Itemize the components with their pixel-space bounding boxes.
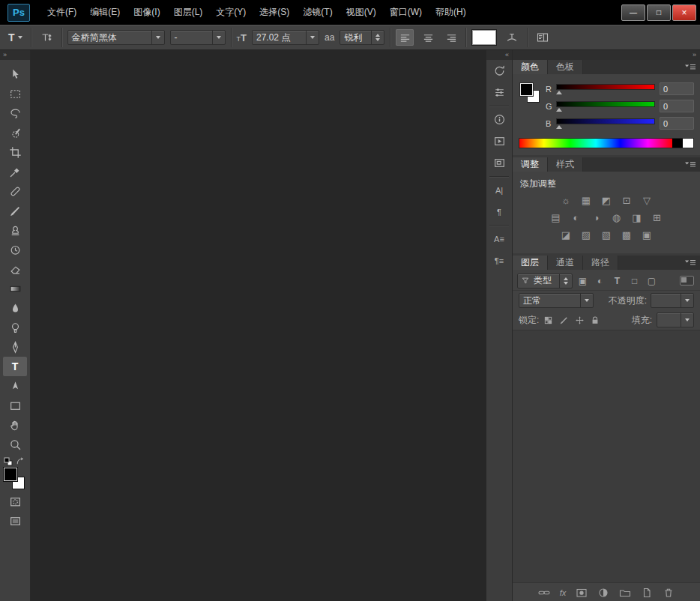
adjustment-channel-mixer-icon[interactable]: ◨ [628,211,645,223]
chevron-down-icon[interactable] [212,31,225,44]
paragraph-panel-button[interactable]: ¶ [486,201,512,223]
brush-tool[interactable] [3,201,27,220]
zoom-tool[interactable] [3,435,27,454]
filter-type-layers-icon[interactable]: T [610,274,624,288]
new-layer-icon[interactable] [641,587,653,599]
lock-position-icon[interactable] [575,315,585,325]
lock-all-icon[interactable] [591,315,600,325]
menu-type[interactable]: 文字(Y) [209,0,253,25]
collapse-panels-button[interactable]: » [513,50,700,60]
clone-stamp-tool[interactable] [3,220,27,240]
red-slider[interactable] [556,82,655,95]
history-brush-tool[interactable] [3,240,27,259]
spot-healing-brush-tool[interactable] [3,181,27,201]
navigator-panel-button[interactable] [486,152,512,174]
move-tool[interactable] [3,64,27,84]
menu-help[interactable]: 帮助(H) [429,0,473,25]
tab-layers[interactable]: 图层 [513,256,548,270]
menu-window[interactable]: 窗口(W) [383,0,429,25]
tab-color[interactable]: 颜色 [513,60,548,74]
chevron-down-icon[interactable] [151,31,164,44]
expand-panels-button[interactable]: « [486,50,512,60]
tab-swatches[interactable]: 色板 [548,60,583,74]
quick-selection-tool[interactable] [3,123,27,142]
warp-text-button[interactable] [502,28,522,46]
foreground-color-swatch[interactable] [520,83,533,96]
new-group-icon[interactable] [619,587,631,599]
chevron-down-icon[interactable] [580,294,593,307]
adjustment-invert-icon[interactable]: ◪ [558,229,575,241]
menu-image[interactable]: 图像(I) [127,0,166,25]
character-panel-button[interactable]: A| [486,179,512,201]
blur-tool[interactable] [3,298,27,318]
character-styles-panel-button[interactable]: A≡ [486,228,512,250]
new-adjustment-layer-icon[interactable] [597,587,609,599]
filter-adjustment-layers-icon[interactable]: ◐ [593,274,607,288]
layer-mask-icon[interactable] [576,587,588,599]
close-button[interactable]: × [672,4,696,21]
anti-alias-select[interactable]: 锐利 [340,30,384,45]
adjustment-threshold-icon[interactable]: ▧ [598,229,615,241]
maximize-button[interactable]: □ [647,4,671,21]
tab-adjustments[interactable]: 调整 [513,157,548,172]
gradient-tool[interactable] [3,279,27,298]
adjustment-selective-color-icon[interactable]: ▣ [639,229,656,241]
default-colors-icon[interactable] [4,457,13,466]
opacity-select[interactable] [651,293,694,308]
adjustment-color-balance-icon[interactable]: ◐ [567,211,585,223]
font-family-select[interactable]: 金桥简黑体 [67,30,165,45]
adjustment-hue-saturation-icon[interactable]: ▤ [547,211,564,223]
lock-transparency-icon[interactable] [543,315,553,325]
filter-smart-object-layers-icon[interactable]: ▢ [645,274,659,288]
screen-mode-button[interactable] [3,511,27,531]
paragraph-styles-panel-button[interactable]: ¶≡ [486,250,512,271]
pen-tool[interactable] [3,337,27,357]
lock-pixels-icon[interactable] [559,315,569,325]
chevron-down-icon[interactable] [306,31,319,44]
toolbar-collapse-button[interactable]: » [0,50,30,60]
chevron-down-icon[interactable] [681,294,693,307]
layer-filter-toggle[interactable] [680,276,694,286]
blend-mode-select[interactable]: 正常 [519,293,594,308]
rectangular-marquee-tool[interactable] [3,84,27,103]
adjustment-vibrance-icon[interactable]: ▽ [639,194,656,206]
adjustment-gradient-map-icon[interactable]: ▩ [618,229,636,241]
text-color-swatch[interactable] [471,29,497,46]
swap-colors-icon[interactable] [16,457,24,465]
eraser-tool[interactable] [3,259,27,279]
tool-preset-picker[interactable]: T [5,30,25,45]
menu-layer[interactable]: 图层(L) [167,0,210,25]
toggle-panels-button[interactable] [533,28,552,46]
font-size-select[interactable]: 27.02 点 [252,30,319,45]
panel-menu-icon[interactable] [684,259,696,266]
panel-menu-icon[interactable] [684,161,696,168]
actions-panel-button[interactable] [486,130,512,152]
slider-thumb[interactable] [556,108,562,112]
foreground-background-swatches[interactable] [519,80,546,128]
link-layers-icon[interactable] [538,587,550,599]
spinner-arrows-icon[interactable] [371,31,384,44]
delete-layer-icon[interactable] [663,587,675,599]
font-style-select[interactable]: - [170,30,226,45]
dodge-tool[interactable] [3,318,27,337]
chevron-down-icon[interactable] [681,313,693,327]
menu-select[interactable]: 选择(S) [253,0,296,25]
menu-filter[interactable]: 滤镜(T) [296,0,339,25]
slider-thumb[interactable] [556,91,562,94]
menu-view[interactable]: 视图(V) [340,0,383,25]
tab-channels[interactable]: 通道 [548,256,583,270]
blue-slider[interactable] [556,117,655,130]
adjustment-black-white-icon[interactable]: ◑ [588,211,605,223]
spectrum-gradient[interactable] [519,139,672,148]
rectangle-tool[interactable] [3,396,27,415]
menu-edit[interactable]: 编辑(E) [83,0,127,25]
tab-paths[interactable]: 路径 [583,256,618,270]
spinner-arrows-icon[interactable] [559,274,572,288]
adjustment-color-lookup-icon[interactable]: ⊞ [648,211,666,223]
align-center-button[interactable] [419,29,437,46]
foreground-color-swatch[interactable] [4,468,17,481]
color-spectrum-ramp[interactable] [519,138,694,148]
eyedropper-tool[interactable] [3,162,27,181]
layer-effects-icon[interactable]: fx [560,588,567,597]
lasso-tool[interactable] [3,103,27,123]
